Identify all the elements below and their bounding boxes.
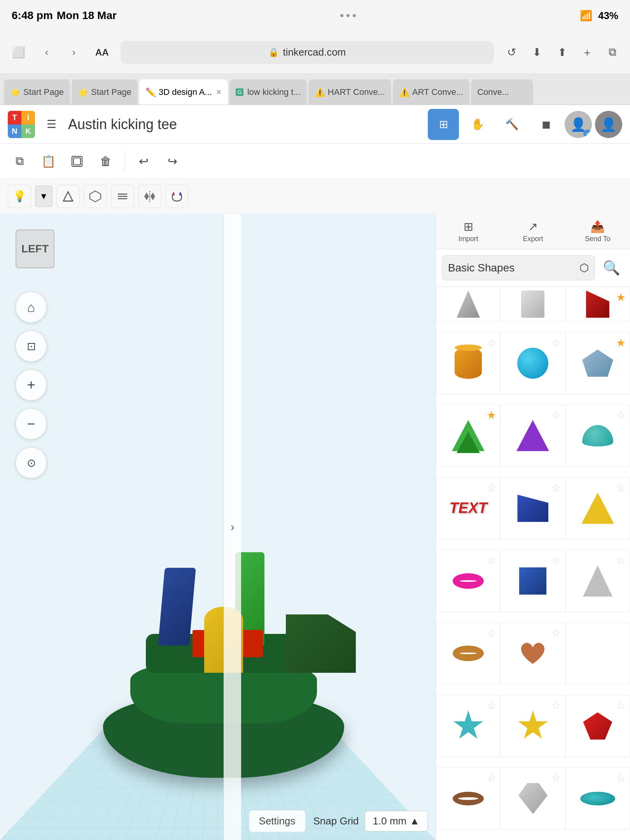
shape-gem-gray-cell[interactable]: ☆	[500, 767, 565, 830]
tab-conve[interactable]: Conve...	[471, 79, 533, 105]
shape-disc-teal-cell[interactable]: ☆	[565, 767, 630, 830]
shape-icosahedron-cell[interactable]: ★	[565, 332, 630, 394]
back-button[interactable]: ‹	[37, 43, 56, 62]
shape-heart-cell[interactable]: ☆	[500, 622, 565, 684]
copy-button[interactable]: 📋	[35, 148, 62, 175]
shape-sphere-cell[interactable]: ☆	[500, 332, 565, 394]
workplane-button[interactable]: ◼	[530, 109, 562, 140]
hamburger-menu-button[interactable]: ☰	[41, 114, 62, 135]
tab-hart-2[interactable]: ⚠️ ART Conve...	[393, 79, 469, 105]
tabs-button[interactable]: ⧉	[603, 43, 622, 62]
star-icon-pyramid-yellow[interactable]: ☆	[616, 481, 626, 494]
view-cube[interactable]: LEFT	[16, 229, 66, 280]
home-view-button[interactable]: ⌂	[16, 292, 47, 323]
stack-button[interactable]	[63, 148, 91, 175]
tab-start-page-1[interactable]: ⭐ Start Page	[4, 79, 70, 105]
tab-start-page-2[interactable]: ⭐ Start Page	[72, 79, 138, 105]
shape-pyramid-yellow-cell[interactable]: ☆	[565, 477, 630, 539]
settings-button[interactable]: Settings	[249, 810, 306, 832]
shape-gem-red-cell[interactable]: ☆	[565, 695, 630, 757]
address-bar[interactable]: 🔒 tinkercad.com	[121, 41, 494, 64]
star-icon-torus-brown[interactable]: ☆	[486, 626, 496, 639]
avatar-icon: 👤	[600, 117, 617, 132]
dot2	[346, 14, 350, 17]
redo-button[interactable]: ↪	[159, 148, 186, 175]
user-avatar-button[interactable]: 👤	[595, 111, 622, 138]
shape-rect-partial[interactable]	[500, 287, 565, 322]
shape-wedge-blue-cell[interactable]: ☆	[500, 477, 565, 539]
panel-collapse-handle[interactable]: ›	[224, 214, 241, 840]
shape-torus2-brown-cell[interactable]: ☆	[436, 767, 500, 830]
shape-half-sphere-cell[interactable]: ☆	[565, 404, 630, 467]
new-tab-button[interactable]: ＋	[578, 43, 597, 62]
light-button[interactable]: 💡	[8, 185, 31, 208]
star-icon-star-teal[interactable]: ☆	[486, 699, 496, 712]
export-tab[interactable]: ↗ Export	[500, 214, 565, 249]
shape-cylinder-cell[interactable]: ☆	[436, 332, 500, 394]
magnet-tool[interactable]	[165, 185, 189, 208]
tab-3d-design[interactable]: ✏️ 3D design A... ✕	[139, 79, 228, 105]
shape-pyramid-purple-cell[interactable]: ☆	[500, 404, 565, 467]
tab-kicking-tee[interactable]: G low kicking t...	[229, 79, 307, 105]
align-tool[interactable]	[111, 185, 134, 208]
add-user-button[interactable]: 👤 +	[565, 111, 592, 138]
shape-pyramid-green-cell[interactable]: ★	[436, 404, 500, 467]
star-icon-wedge-blue[interactable]: ☆	[551, 481, 561, 494]
star-icon-torus-pink[interactable]: ☆	[486, 554, 496, 567]
shape-wedge-red-partial[interactable]: ★	[565, 287, 630, 322]
star-icon-gem-gray[interactable]: ☆	[551, 772, 561, 784]
viewport[interactable]: LEFT ⌂ ⊡ + − ⊙	[0, 214, 436, 840]
shape-cone-partial[interactable]	[436, 287, 500, 322]
icosahedron-shape	[582, 350, 613, 377]
shape-cube-blue-cell[interactable]: ☆	[500, 550, 565, 612]
shape-star-yellow-cell[interactable]: ☆	[500, 695, 565, 757]
shape-cone-gray-cell[interactable]: ☆	[565, 550, 630, 612]
reload-button[interactable]: ↺	[502, 43, 521, 62]
star-icon-disc-teal[interactable]: ☆	[616, 772, 626, 784]
star-icon-torus2-brown[interactable]: ☆	[486, 772, 496, 784]
shapes-category-selector[interactable]: Basic Shapes ⬡	[442, 255, 595, 280]
delete-button[interactable]: 🗑	[92, 148, 119, 175]
sidebar-toggle-button[interactable]: ⬜	[8, 42, 29, 63]
grid-view-button[interactable]: ⊞	[428, 109, 459, 140]
shape-torus-pink-cell[interactable]: ☆	[436, 550, 500, 612]
star-icon-partial[interactable]: ★	[616, 291, 626, 304]
star-icon-cylinder[interactable]: ☆	[486, 336, 496, 349]
torus-pink-shape	[453, 573, 484, 589]
mirror-tool[interactable]	[138, 185, 161, 208]
hammer-tool-button[interactable]: 🔨	[496, 109, 527, 140]
forward-button[interactable]: ›	[64, 43, 84, 62]
reader-view-button[interactable]: AA	[91, 45, 113, 60]
star-icon-cube-blue[interactable]: ☆	[551, 554, 561, 567]
shape-torus-brown-cell[interactable]: ☆	[436, 622, 500, 684]
shape-text3d-cell[interactable]: ☆ TEXT	[436, 477, 500, 539]
download-button[interactable]: ⬇	[527, 43, 546, 62]
view-dropdown[interactable]: ▼	[35, 186, 52, 207]
star-icon-star-yellow[interactable]: ☆	[551, 699, 561, 712]
star-icon-half-sphere[interactable]: ☆	[616, 409, 626, 422]
duplicate-button[interactable]: ⧉	[6, 148, 33, 175]
tab-hart-1[interactable]: ⚠️ HART Conve...	[308, 79, 391, 105]
hand-tool-button[interactable]: ✋	[462, 109, 493, 140]
import-tab[interactable]: ⊞ Import	[436, 214, 500, 249]
star-icon-icosahedron[interactable]: ★	[616, 336, 626, 349]
sendto-label: Send To	[585, 235, 611, 243]
star-icon-pyramid-purple[interactable]: ☆	[551, 409, 561, 422]
star-icon-gem-red[interactable]: ☆	[616, 699, 626, 712]
star-icon-text3d[interactable]: ☆	[486, 481, 496, 494]
tab-close-3[interactable]: ✕	[216, 88, 222, 96]
shape-tool-2[interactable]	[84, 185, 107, 208]
sendto-tab[interactable]: 📤 Send To	[565, 214, 630, 249]
red-shape-3	[242, 630, 263, 657]
star-icon-cone-gray[interactable]: ☆	[616, 554, 626, 567]
shape-tool-1[interactable]	[56, 185, 80, 208]
search-button[interactable]: 🔍	[599, 255, 624, 280]
star-icon-heart[interactable]: ☆	[551, 626, 561, 639]
share-button[interactable]: ⬆	[552, 43, 572, 62]
gem-red-shape	[583, 712, 612, 740]
star-icon-sphere[interactable]: ☆	[551, 336, 561, 349]
undo-button[interactable]: ↩	[130, 148, 157, 175]
snap-value-display[interactable]: 1.0 mm ▲	[365, 811, 428, 831]
shape-star-teal-cell[interactable]: ☆	[436, 695, 500, 757]
star-icon-pyramid-green[interactable]: ★	[486, 409, 496, 422]
